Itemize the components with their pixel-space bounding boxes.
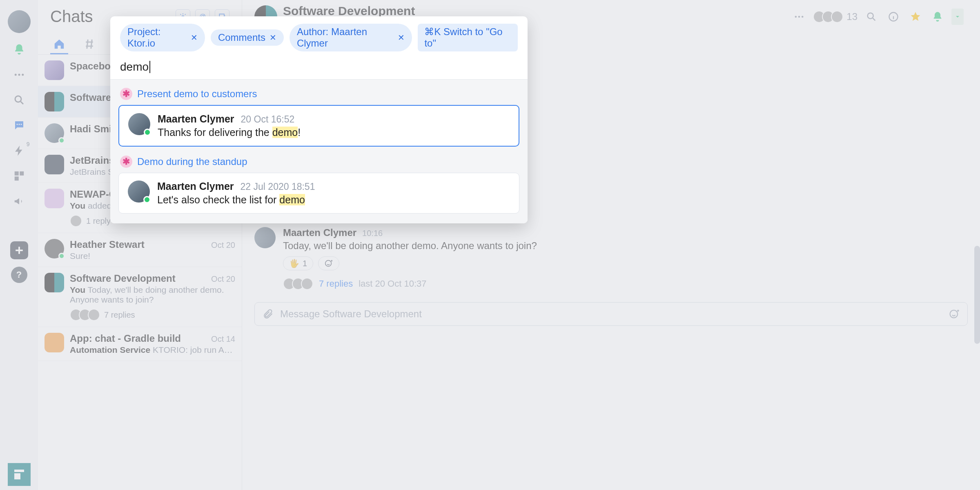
- close-icon[interactable]: ✕: [270, 33, 276, 42]
- filter-chip-comments[interactable]: Comments✕: [211, 29, 284, 46]
- filter-chip-author[interactable]: Author: Maarten Clymer✕: [290, 24, 412, 51]
- goto-hint[interactable]: ⌘K Switch to "Go to": [418, 24, 518, 51]
- asterisk-icon: ✱: [120, 88, 132, 100]
- result-text: Let's also check the list for demo: [157, 194, 510, 206]
- result-group-header[interactable]: ✱ Demo during the standup: [120, 156, 519, 168]
- search-results: ✱ Present demo to customers Maarten Clym…: [110, 79, 528, 223]
- search-highlight: demo: [272, 127, 298, 138]
- result-group-header[interactable]: ✱ Present demo to customers: [120, 88, 519, 100]
- result-text: Thanks for delivering the demo!: [158, 127, 510, 138]
- text-caret: [149, 61, 150, 73]
- close-icon[interactable]: ✕: [398, 33, 405, 42]
- asterisk-icon: ✱: [120, 156, 132, 168]
- search-result[interactable]: Maarten Clymer20 Oct 16:52 Thanks for de…: [118, 105, 519, 147]
- presence-dot: [144, 129, 151, 136]
- result-author: Maarten Clymer: [158, 113, 234, 125]
- result-author: Maarten Clymer: [157, 180, 234, 192]
- result-time: 20 Oct 16:52: [241, 114, 295, 125]
- presence-dot: [143, 196, 151, 203]
- result-avatar: [128, 113, 150, 135]
- close-icon[interactable]: ✕: [191, 33, 198, 42]
- modal-overlay[interactable]: Project: Ktor.io✕ Comments✕ Author: Maar…: [0, 0, 980, 490]
- search-result[interactable]: Maarten Clymer22 Jul 2020 18:51 Let's al…: [118, 173, 519, 214]
- filter-chip-project[interactable]: Project: Ktor.io✕: [120, 24, 205, 51]
- result-avatar: [128, 180, 150, 203]
- result-time: 22 Jul 2020 18:51: [241, 181, 315, 192]
- search-highlight: demo: [279, 194, 305, 205]
- search-modal: Project: Ktor.io✕ Comments✕ Author: Maar…: [110, 16, 528, 223]
- search-input[interactable]: demo: [120, 60, 518, 74]
